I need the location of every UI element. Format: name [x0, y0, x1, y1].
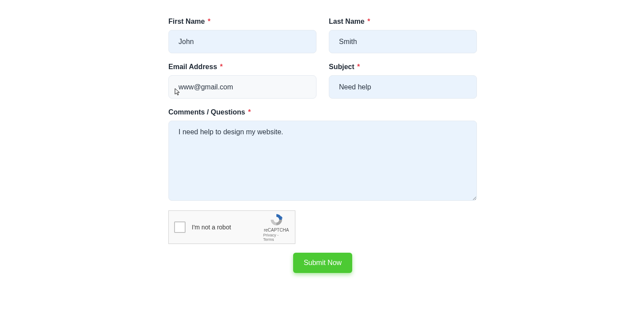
field-comments: Comments / Questions * — [168, 108, 477, 201]
email-input[interactable] — [168, 75, 316, 99]
last-name-input[interactable] — [329, 30, 477, 53]
recaptcha-separator: - — [276, 233, 279, 237]
comments-label-text: Comments / Questions — [168, 108, 245, 116]
contact-form: First Name * Last Name * Email Address *… — [168, 18, 477, 273]
submit-row: Submit Now — [168, 253, 477, 273]
required-asterisk: * — [357, 63, 360, 70]
recaptcha-brand-text: reCAPTCHA — [264, 228, 289, 232]
first-name-label: First Name * — [168, 18, 316, 26]
subject-label-text: Subject — [329, 63, 354, 70]
field-subject: Subject * — [329, 63, 477, 99]
field-email: Email Address * — [168, 63, 316, 99]
email-label: Email Address * — [168, 63, 316, 71]
recaptcha-label: I'm not a robot — [192, 224, 263, 231]
subject-label: Subject * — [329, 63, 477, 71]
recaptcha-icon — [269, 213, 283, 227]
required-asterisk: * — [220, 63, 223, 70]
recaptcha-branding: reCAPTCHA Privacy - Terms — [263, 213, 290, 242]
required-asterisk: * — [367, 18, 370, 25]
row-name: First Name * Last Name * — [168, 18, 477, 53]
first-name-input[interactable] — [168, 30, 316, 53]
subject-input[interactable] — [329, 75, 477, 99]
row-contact: Email Address * Subject * — [168, 63, 477, 99]
email-label-text: Email Address — [168, 63, 217, 70]
comments-textarea[interactable] — [168, 121, 477, 201]
recaptcha-terms-link[interactable]: Terms — [263, 237, 274, 242]
recaptcha-privacy-link[interactable]: Privacy — [263, 233, 276, 237]
submit-button[interactable]: Submit Now — [293, 253, 352, 273]
last-name-label: Last Name * — [329, 18, 477, 26]
recaptcha-widget: I'm not a robot reCAPTCHA Privacy - Term… — [168, 210, 295, 244]
first-name-label-text: First Name — [168, 18, 205, 25]
field-last-name: Last Name * — [329, 18, 477, 53]
field-first-name: First Name * — [168, 18, 316, 53]
required-asterisk: * — [248, 108, 251, 116]
recaptcha-links: Privacy - Terms — [263, 233, 290, 242]
required-asterisk: * — [208, 18, 210, 25]
recaptcha-checkbox[interactable] — [174, 221, 186, 233]
last-name-label-text: Last Name — [329, 18, 365, 25]
comments-label: Comments / Questions * — [168, 108, 477, 116]
